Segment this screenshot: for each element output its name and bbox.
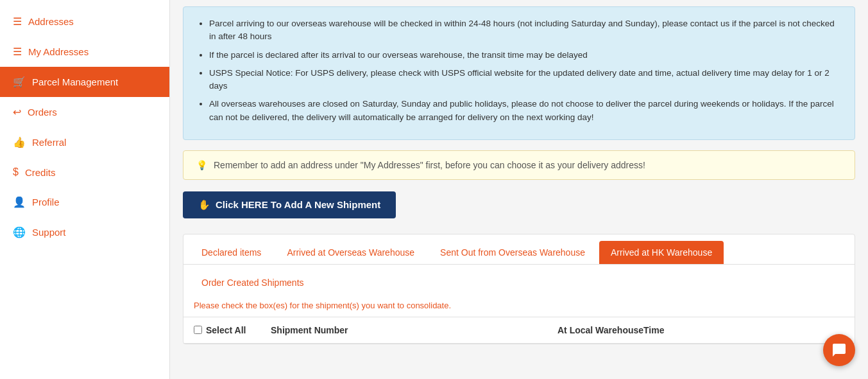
credits-icon: $ [13,166,19,178]
tab-sent-out-overseas[interactable]: Sent Out from Overseas Warehouse [429,241,597,264]
sidebar-item-my-addresses[interactable]: ☰ My Addresses [0,37,169,67]
info-item-3: USPS Special Notice: For USPS delivery, … [209,67,842,93]
table-header: Select All Shipment Number At Local Ware… [183,317,855,344]
tab-arrived-overseas[interactable]: Arrived at Overseas Warehouse [275,241,426,264]
sidebar-item-referral[interactable]: 👍 Referral [0,127,169,157]
warehouse-time-col: At Local WarehouseTime [557,325,844,335]
list-icon-2: ☰ [13,46,22,58]
support-icon: 🌐 [13,226,26,238]
select-all-col: Select All [194,325,271,335]
tab-declared-items[interactable]: Declared items [190,241,273,264]
warning-box: 💡 Remember to add an address under "My A… [183,150,855,180]
warning-icon: 💡 [196,160,207,170]
sidebar-item-support[interactable]: 🌐 Support [0,217,169,247]
chat-icon [831,342,847,358]
tab-order-created[interactable]: Order Created Shipments [190,271,316,294]
cart-icon: 🛒 [13,76,26,88]
sidebar-item-addresses[interactable]: ☰ Addresses [0,6,169,37]
orders-icon: ↩ [13,106,21,118]
sidebar-item-orders[interactable]: ↩ Orders [0,97,169,127]
add-shipment-button[interactable]: ✋ Click HERE To Add A New Shipment [183,191,396,218]
main-content: Parcel arriving to our overseas warehous… [170,0,868,379]
shipment-number-col: Shipment Number [271,325,557,335]
info-item-4: All overseas warehouses are closed on Sa… [209,98,842,124]
referral-icon: 👍 [13,136,26,148]
consolidate-info: Please check the box(es) for the shipmen… [183,294,855,317]
sidebar-item-profile[interactable]: 👤 Profile [0,187,169,217]
sidebar-item-parcel-management[interactable]: 🛒 Parcel Management [0,67,169,97]
add-shipment-icon: ✋ [198,199,210,211]
select-all-checkbox[interactable] [194,326,202,334]
info-box: Parcel arriving to our overseas warehous… [183,6,855,140]
sidebar: ☰ Addresses ☰ My Addresses 🛒 Parcel Mana… [0,0,170,379]
list-icon: ☰ [13,15,22,28]
select-all-label: Select All [206,325,246,335]
info-item-2: If the parcel is declared after its arri… [209,49,842,62]
profile-icon: 👤 [13,196,26,208]
warning-text: Remember to add an address under "My Add… [214,160,645,170]
tab-arrived-hk[interactable]: Arrived at HK Warehouse [599,241,724,264]
add-shipment-label: Click HERE To Add A New Shipment [216,199,380,210]
parcel-management-label: Parcel Management [32,76,118,87]
tabs-section: Declared items Arrived at Overseas Wareh… [183,234,855,344]
sidebar-item-credits[interactable]: $ Credits [0,157,169,187]
chat-bubble-button[interactable] [823,334,855,366]
info-list: Parcel arriving to our overseas warehous… [196,17,842,124]
tabs-row-1: Declared items Arrived at Overseas Wareh… [183,234,855,265]
info-item-1: Parcel arriving to our overseas warehous… [209,17,842,44]
tabs-row-2: Order Created Shipments [183,265,855,294]
